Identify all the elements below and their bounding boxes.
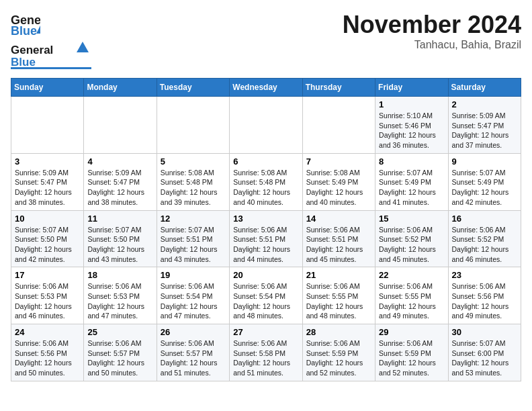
- day-info: Sunrise: 5:06 AM Sunset: 5:57 PM Dayligh…: [161, 338, 226, 378]
- logo-full: General Blue: [11, 40, 91, 70]
- day-info: Sunrise: 5:06 AM Sunset: 5:57 PM Dayligh…: [87, 338, 152, 378]
- day-number: 3: [15, 156, 80, 167]
- day-info: Sunrise: 5:06 AM Sunset: 5:56 PM Dayligh…: [15, 338, 80, 378]
- day-number: 17: [15, 270, 80, 280]
- day-number: 27: [233, 327, 298, 337]
- svg-text:Blue: Blue: [11, 24, 37, 38]
- calendar-cell: 13Sunrise: 5:06 AM Sunset: 5:51 PM Dayli…: [230, 210, 302, 267]
- day-number: 26: [161, 327, 226, 337]
- day-number: 2: [452, 99, 517, 109]
- day-info: Sunrise: 5:06 AM Sunset: 5:54 PM Dayligh…: [161, 281, 226, 321]
- calendar-cell: 1Sunrise: 5:10 AM Sunset: 5:46 PM Daylig…: [375, 97, 448, 154]
- col-wednesday: Wednesday: [230, 79, 302, 97]
- day-number: 6: [233, 156, 298, 167]
- calendar-cell: 25Sunrise: 5:06 AM Sunset: 5:57 PM Dayli…: [84, 324, 157, 381]
- day-number: 20: [233, 270, 298, 280]
- day-number: 23: [452, 270, 517, 280]
- calendar-cell: 18Sunrise: 5:06 AM Sunset: 5:53 PM Dayli…: [84, 267, 157, 324]
- svg-rect-6: [11, 67, 91, 69]
- col-friday: Friday: [375, 79, 448, 97]
- day-info: Sunrise: 5:06 AM Sunset: 5:51 PM Dayligh…: [233, 225, 298, 265]
- day-info: Sunrise: 5:06 AM Sunset: 5:55 PM Dayligh…: [379, 281, 444, 321]
- day-info: Sunrise: 5:07 AM Sunset: 5:50 PM Dayligh…: [15, 225, 80, 265]
- calendar-week-2: 3Sunrise: 5:09 AM Sunset: 5:47 PM Daylig…: [11, 153, 521, 210]
- day-info: Sunrise: 5:06 AM Sunset: 5:53 PM Dayligh…: [15, 281, 80, 321]
- day-number: 30: [452, 327, 517, 337]
- day-info: Sunrise: 5:07 AM Sunset: 5:49 PM Dayligh…: [452, 168, 517, 208]
- calendar-cell: 8Sunrise: 5:07 AM Sunset: 5:49 PM Daylig…: [375, 153, 448, 210]
- calendar-cell: [11, 97, 84, 154]
- calendar-cell: 23Sunrise: 5:06 AM Sunset: 5:56 PM Dayli…: [448, 267, 521, 324]
- calendar-cell: 7Sunrise: 5:08 AM Sunset: 5:49 PM Daylig…: [302, 153, 375, 210]
- calendar-cell: 14Sunrise: 5:06 AM Sunset: 5:51 PM Dayli…: [302, 210, 375, 267]
- day-info: Sunrise: 5:09 AM Sunset: 5:47 PM Dayligh…: [87, 168, 152, 208]
- day-info: Sunrise: 5:06 AM Sunset: 5:52 PM Dayligh…: [452, 225, 517, 265]
- day-info: Sunrise: 5:07 AM Sunset: 5:50 PM Dayligh…: [87, 225, 152, 265]
- day-number: 18: [87, 270, 152, 280]
- calendar-cell: 5Sunrise: 5:08 AM Sunset: 5:48 PM Daylig…: [157, 153, 229, 210]
- calendar-cell: 29Sunrise: 5:06 AM Sunset: 5:59 PM Dayli…: [375, 324, 448, 381]
- calendar-cell: 28Sunrise: 5:06 AM Sunset: 5:59 PM Dayli…: [302, 324, 375, 381]
- calendar-cell: 12Sunrise: 5:07 AM Sunset: 5:51 PM Dayli…: [157, 210, 229, 267]
- calendar-cell: 21Sunrise: 5:06 AM Sunset: 5:55 PM Dayli…: [302, 267, 375, 324]
- day-number: 25: [87, 327, 152, 337]
- day-info: Sunrise: 5:08 AM Sunset: 5:48 PM Dayligh…: [233, 168, 298, 208]
- calendar-cell: 3Sunrise: 5:09 AM Sunset: 5:47 PM Daylig…: [11, 153, 84, 210]
- svg-text:Blue: Blue: [11, 56, 36, 68]
- svg-text:General: General: [11, 44, 53, 56]
- day-info: Sunrise: 5:09 AM Sunset: 5:47 PM Dayligh…: [452, 111, 517, 150]
- calendar-cell: 6Sunrise: 5:08 AM Sunset: 5:48 PM Daylig…: [230, 153, 302, 210]
- day-number: 21: [306, 270, 371, 280]
- day-info: Sunrise: 5:06 AM Sunset: 5:59 PM Dayligh…: [379, 338, 444, 378]
- calendar-week-5: 24Sunrise: 5:06 AM Sunset: 5:56 PM Dayli…: [11, 324, 521, 381]
- calendar-table: Sunday Monday Tuesday Wednesday Thursday…: [11, 78, 521, 381]
- col-saturday: Saturday: [448, 79, 521, 97]
- day-number: 7: [306, 156, 371, 167]
- logo-icon: General Blue: [11, 11, 40, 40]
- calendar-cell: 22Sunrise: 5:06 AM Sunset: 5:55 PM Dayli…: [375, 267, 448, 324]
- logo: General Blue General Blue: [11, 11, 91, 70]
- calendar-week-4: 17Sunrise: 5:06 AM Sunset: 5:53 PM Dayli…: [11, 267, 521, 324]
- calendar-cell: 15Sunrise: 5:06 AM Sunset: 5:52 PM Dayli…: [375, 210, 448, 267]
- calendar-cell: [230, 97, 302, 154]
- calendar-cell: [157, 97, 229, 154]
- day-info: Sunrise: 5:07 AM Sunset: 5:51 PM Dayligh…: [161, 225, 226, 265]
- day-number: 16: [452, 214, 517, 224]
- day-info: Sunrise: 5:09 AM Sunset: 5:47 PM Dayligh…: [15, 168, 80, 208]
- calendar-cell: 20Sunrise: 5:06 AM Sunset: 5:54 PM Dayli…: [230, 267, 302, 324]
- calendar-cell: 10Sunrise: 5:07 AM Sunset: 5:50 PM Dayli…: [11, 210, 84, 267]
- calendar-week-1: 1Sunrise: 5:10 AM Sunset: 5:46 PM Daylig…: [11, 97, 521, 154]
- day-number: 9: [452, 156, 517, 167]
- col-tuesday: Tuesday: [157, 79, 229, 97]
- day-info: Sunrise: 5:07 AM Sunset: 5:49 PM Dayligh…: [379, 168, 444, 208]
- day-info: Sunrise: 5:07 AM Sunset: 6:00 PM Dayligh…: [452, 338, 517, 378]
- calendar-cell: 27Sunrise: 5:06 AM Sunset: 5:58 PM Dayli…: [230, 324, 302, 381]
- svg-marker-4: [77, 42, 89, 52]
- calendar-cell: 30Sunrise: 5:07 AM Sunset: 6:00 PM Dayli…: [448, 324, 521, 381]
- col-thursday: Thursday: [302, 79, 375, 97]
- day-info: Sunrise: 5:06 AM Sunset: 5:51 PM Dayligh…: [306, 225, 371, 265]
- calendar-cell: 26Sunrise: 5:06 AM Sunset: 5:57 PM Dayli…: [157, 324, 229, 381]
- day-info: Sunrise: 5:10 AM Sunset: 5:46 PM Dayligh…: [379, 111, 444, 150]
- day-number: 29: [379, 327, 444, 337]
- calendar-cell: 11Sunrise: 5:07 AM Sunset: 5:50 PM Dayli…: [84, 210, 157, 267]
- day-info: Sunrise: 5:06 AM Sunset: 5:58 PM Dayligh…: [233, 338, 298, 378]
- page-header: General Blue General Blue November 2024 …: [11, 11, 521, 70]
- day-number: 8: [379, 156, 444, 167]
- day-number: 4: [87, 156, 152, 167]
- calendar-cell: 4Sunrise: 5:09 AM Sunset: 5:47 PM Daylig…: [84, 153, 157, 210]
- day-info: Sunrise: 5:06 AM Sunset: 5:54 PM Dayligh…: [233, 281, 298, 321]
- calendar-cell: 17Sunrise: 5:06 AM Sunset: 5:53 PM Dayli…: [11, 267, 84, 324]
- day-info: Sunrise: 5:06 AM Sunset: 5:52 PM Dayligh…: [379, 225, 444, 265]
- calendar-cell: 2Sunrise: 5:09 AM Sunset: 5:47 PM Daylig…: [448, 97, 521, 154]
- calendar-cell: 9Sunrise: 5:07 AM Sunset: 5:49 PM Daylig…: [448, 153, 521, 210]
- day-number: 12: [161, 214, 226, 224]
- calendar-cell: 16Sunrise: 5:06 AM Sunset: 5:52 PM Dayli…: [448, 210, 521, 267]
- calendar-week-3: 10Sunrise: 5:07 AM Sunset: 5:50 PM Dayli…: [11, 210, 521, 267]
- day-number: 22: [379, 270, 444, 280]
- calendar-header-row: Sunday Monday Tuesday Wednesday Thursday…: [11, 79, 521, 97]
- day-info: Sunrise: 5:06 AM Sunset: 5:56 PM Dayligh…: [452, 281, 517, 321]
- day-number: 15: [379, 214, 444, 224]
- day-info: Sunrise: 5:06 AM Sunset: 5:53 PM Dayligh…: [87, 281, 152, 321]
- day-number: 1: [379, 99, 444, 109]
